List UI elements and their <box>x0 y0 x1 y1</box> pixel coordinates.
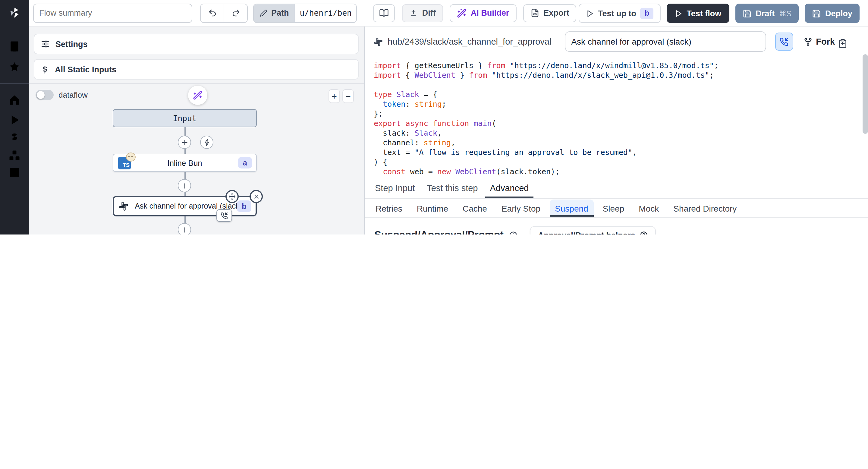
wand-sparkles-icon <box>193 90 203 100</box>
code-editor[interactable]: import { getResumeUrls } from "https://d… <box>365 57 860 178</box>
delete-step-button[interactable] <box>250 190 263 203</box>
flow-summary-input[interactable] <box>33 3 192 23</box>
path-value[interactable]: u/henri/ben <box>295 4 356 22</box>
test-up-to-button[interactable]: Test up to b <box>579 4 661 23</box>
flow-node-ask-channel-approval[interactable]: Ask channel for approval (slack) b <box>113 196 257 216</box>
docs-button[interactable] <box>373 4 395 22</box>
deploy-label: Deploy <box>825 9 852 18</box>
step-tabs: Step InputTest this stepAdvanced <box>365 178 868 199</box>
step-id-badge: a <box>238 157 252 168</box>
zoom-in-button[interactable]: + <box>329 89 340 103</box>
typescript-bun-icon: TS <box>118 157 131 169</box>
graph-divider <box>29 83 364 84</box>
tab-cache[interactable]: Cache <box>457 199 493 217</box>
slack-icon <box>119 201 128 211</box>
diff-button[interactable]: Diff <box>402 4 443 22</box>
schedules-calendar-icon[interactable] <box>8 165 21 179</box>
code-line: }; <box>374 109 860 119</box>
test-flow-button[interactable]: Test flow <box>667 4 729 23</box>
play-icon <box>586 9 594 17</box>
draft-label: Draft <box>755 9 775 18</box>
step-id-badge: b <box>237 200 251 212</box>
zoom-in-glyph: + <box>332 91 337 101</box>
play-icon <box>675 9 682 17</box>
tab-early-stop[interactable]: Early Stop <box>496 199 546 217</box>
hub-path-text: hub/2439/slack/ask_channel_for_approval <box>388 37 551 46</box>
building-icon[interactable] <box>8 40 21 53</box>
step-node-label: Inline Bun <box>167 158 202 167</box>
all-static-inputs-row[interactable]: All Static Inputs <box>34 59 359 80</box>
tab-retries[interactable]: Retries <box>370 199 408 217</box>
bun-icon <box>126 153 135 162</box>
suspend-phone-indicator[interactable] <box>216 209 232 222</box>
code-line <box>374 80 860 90</box>
zoom-out-button[interactable]: − <box>342 89 354 103</box>
flow-node-inline-bun[interactable]: TS Inline Bun a <box>113 154 257 172</box>
ai-flow-wand-button[interactable] <box>188 86 207 105</box>
code-line: channel: string, <box>374 138 860 148</box>
windmill-logo-icon[interactable] <box>8 6 21 19</box>
tab-step-input[interactable]: Step Input <box>370 178 420 198</box>
step-summary-input[interactable] <box>564 31 766 52</box>
code-line: ) { <box>374 157 860 167</box>
insert-step-button-2[interactable] <box>178 179 191 192</box>
redo-button[interactable] <box>224 4 247 22</box>
undo-button[interactable] <box>201 4 224 22</box>
fork-button[interactable]: Fork <box>803 37 835 46</box>
book-open-icon <box>379 8 389 18</box>
star-icon[interactable] <box>8 60 21 73</box>
export-button[interactable]: Export <box>523 4 577 22</box>
move-step-button[interactable] <box>225 190 239 203</box>
edit-path-button[interactable]: Path <box>254 4 295 22</box>
code-content: import { getResumeUrls } from "https://d… <box>365 57 860 177</box>
suspend-phone-button[interactable] <box>775 33 793 51</box>
draft-shortcut: ⌘S <box>779 9 792 18</box>
undo-redo-group <box>200 3 248 23</box>
tab-mock[interactable]: Mock <box>633 199 664 217</box>
step-header: hub/2439/slack/ask_channel_for_approval … <box>365 27 868 57</box>
flow-settings-row[interactable]: Settings <box>34 34 359 54</box>
dataflow-toggle[interactable] <box>36 90 54 100</box>
variables-dollar-icon[interactable] <box>8 131 21 144</box>
info-icon[interactable] <box>509 230 518 234</box>
code-line: type Slack = { <box>374 90 860 99</box>
insert-step-button-3[interactable] <box>178 223 191 234</box>
pencil-icon <box>260 9 268 17</box>
git-fork-icon <box>803 37 812 46</box>
draft-button[interactable]: Draft ⌘S <box>735 4 799 23</box>
tab-test-this-step[interactable]: Test this step <box>422 178 483 198</box>
all-static-inputs-label: All Static Inputs <box>55 65 116 74</box>
tab-advanced[interactable]: Advanced <box>485 178 533 198</box>
tab-suspend[interactable]: Suspend <box>550 199 594 217</box>
dataflow-label: dataflow <box>59 90 88 99</box>
save-icon <box>812 9 821 18</box>
close-icon <box>253 193 259 200</box>
runs-play-icon[interactable] <box>8 113 21 127</box>
resources-boxes-icon[interactable] <box>8 149 21 162</box>
help-circle-icon <box>639 231 648 234</box>
flow-node-input[interactable]: Input <box>113 109 257 127</box>
add-trigger-button[interactable] <box>200 136 213 149</box>
wand-sparkles-icon <box>457 8 467 18</box>
editor-scrollbar[interactable] <box>863 54 868 134</box>
step-editor-panel: hub/2439/slack/ask_channel_for_approval … <box>365 27 868 234</box>
approval-helpers-button[interactable]: Approval/Prompt helpers <box>530 226 656 234</box>
flow-graph-panel: Settings All Static Inputs dataflow + − … <box>29 27 365 234</box>
ai-builder-button[interactable]: AI Builder <box>450 4 517 22</box>
slack-icon <box>374 37 383 46</box>
code-line: slack: Slack, <box>374 128 860 138</box>
deploy-button[interactable]: Deploy <box>805 4 860 23</box>
copy-code-icon[interactable] <box>838 39 847 48</box>
home-icon[interactable] <box>8 93 21 107</box>
dataflow-control: dataflow <box>36 90 88 100</box>
file-code-icon <box>530 8 539 18</box>
insert-step-button-1[interactable] <box>178 136 191 149</box>
tab-runtime[interactable]: Runtime <box>411 199 454 217</box>
move-icon <box>228 193 236 200</box>
app-sidebar <box>0 0 29 234</box>
code-line: import { getResumeUrls } from "https://d… <box>374 61 860 70</box>
sliders-icon <box>40 39 50 49</box>
plus-icon <box>181 226 188 233</box>
tab-shared-directory[interactable]: Shared Directory <box>668 199 742 217</box>
tab-sleep[interactable]: Sleep <box>597 199 630 217</box>
